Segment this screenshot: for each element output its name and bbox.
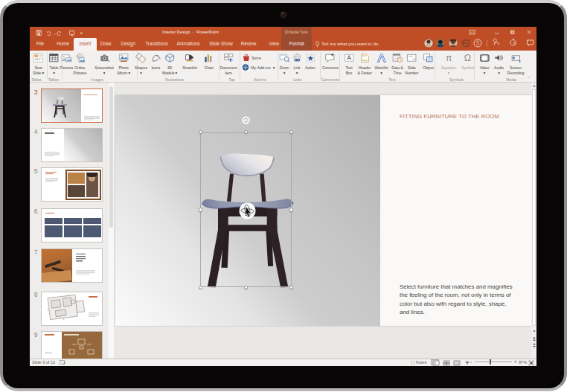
svg-text:Ω: Ω [464, 53, 471, 63]
svg-text:π: π [446, 53, 452, 63]
